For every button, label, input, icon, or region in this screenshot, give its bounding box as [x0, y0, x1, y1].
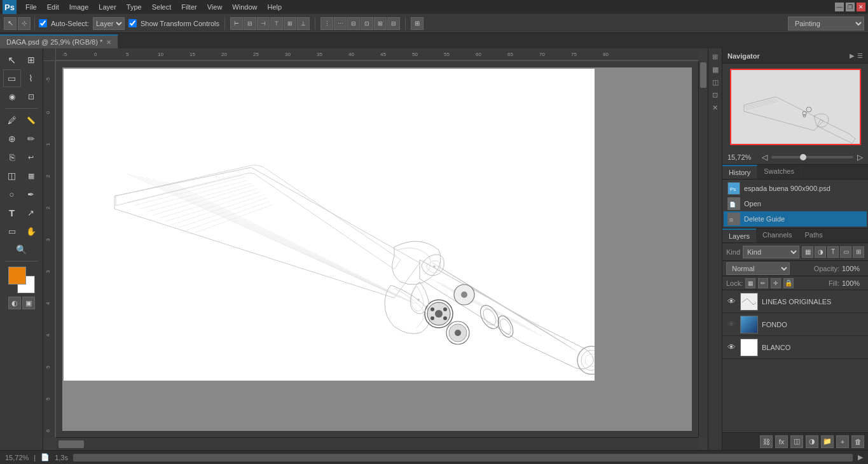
menu-item-view[interactable]: View: [202, 2, 228, 12]
gradient-tool[interactable]: ▦: [22, 167, 40, 185]
marquee-tool[interactable]: ▭: [3, 69, 21, 87]
zoom-slider[interactable]: [771, 156, 853, 158]
add-mask-button[interactable]: ◫: [790, 435, 803, 448]
new-layer-button[interactable]: +: [836, 435, 849, 448]
healing-tool[interactable]: ⊕: [3, 130, 21, 148]
history-item-file[interactable]: Ps espada buena 900x900.psd: [724, 181, 867, 196]
quick-select-tool[interactable]: ◉: [3, 88, 21, 106]
type-tool[interactable]: T: [3, 204, 21, 221]
blend-mode-select[interactable]: Normal: [726, 262, 790, 275]
auto-select-checkbox[interactable]: [39, 19, 47, 27]
history-tab[interactable]: History: [722, 165, 757, 179]
crop-tool[interactable]: ⊡: [22, 88, 40, 106]
align-top-button[interactable]: ⊤: [270, 17, 283, 30]
align-center-h-button[interactable]: ⊟: [244, 17, 256, 30]
screen-mode-button[interactable]: ▣: [22, 297, 35, 309]
layer-visibility-lineas[interactable]: 👁: [726, 297, 736, 307]
pen-tool[interactable]: ✒: [22, 185, 40, 203]
align-center-v-button[interactable]: ⊞: [284, 17, 296, 30]
layer-visibility-fondo[interactable]: 👁: [726, 320, 736, 330]
menu-item-help[interactable]: Help: [262, 2, 287, 12]
filter-shape-icon[interactable]: ▭: [840, 246, 851, 258]
menu-item-type[interactable]: Type: [121, 2, 147, 12]
lock-position-icon[interactable]: ✛: [771, 278, 781, 288]
close-tab-icon[interactable]: ✕: [106, 39, 111, 46]
align-left-button[interactable]: ⊢: [230, 17, 243, 30]
filter-type-icon[interactable]: T: [827, 246, 839, 258]
shape-tool[interactable]: ▭: [3, 222, 21, 240]
zoom-slider-thumb[interactable]: [800, 154, 806, 160]
menu-item-layer[interactable]: Layer: [93, 2, 121, 12]
canvas-paper[interactable]: [64, 69, 595, 381]
move-tool[interactable]: ↖: [3, 51, 21, 69]
vertical-scrollbar[interactable]: [698, 61, 708, 437]
vert-btn-5[interactable]: ✕: [710, 102, 721, 113]
quick-mask-button[interactable]: ◐: [8, 297, 21, 309]
history-item-open[interactable]: 📄 Open: [724, 196, 867, 211]
vert-btn-3[interactable]: ◫: [710, 76, 721, 88]
lock-all-icon[interactable]: 🔒: [783, 278, 794, 288]
clone-tool[interactable]: ⎘: [3, 148, 21, 166]
link-layers-button[interactable]: ⛓: [760, 435, 773, 448]
arrange-button[interactable]: ⊞: [411, 17, 424, 30]
auto-select-dropdown[interactable]: Layer: [93, 17, 125, 30]
add-style-button[interactable]: fx: [775, 435, 788, 448]
v-scroll-thumb[interactable]: [700, 62, 706, 88]
zoom-tool[interactable]: 🔍: [13, 241, 31, 258]
history-brush-tool[interactable]: ↩: [22, 148, 40, 166]
filter-pixel-icon[interactable]: ▦: [802, 246, 813, 258]
zoom-in-button[interactable]: ▷: [857, 153, 863, 162]
align-bottom-button[interactable]: ⊥: [297, 17, 310, 30]
vert-btn-1[interactable]: ⊞: [710, 51, 721, 62]
dist-4-button[interactable]: ⊡: [361, 17, 373, 30]
move-tool-icon[interactable]: ↖: [4, 17, 17, 30]
foreground-color-swatch[interactable]: [8, 267, 26, 285]
eraser-tool[interactable]: ◫: [3, 167, 21, 185]
h-scroll-thumb[interactable]: [59, 440, 84, 448]
channels-tab[interactable]: Channels: [756, 228, 798, 243]
dist-3-button[interactable]: ⊟: [347, 17, 360, 30]
dist-v-button[interactable]: ⋯: [334, 17, 347, 30]
dist-5-button[interactable]: ⊞: [374, 17, 387, 30]
dist-6-button[interactable]: ⊟: [387, 17, 400, 30]
path-select-tool[interactable]: ↗: [22, 204, 40, 221]
maximize-button[interactable]: ❐: [846, 3, 855, 11]
dodge-tool[interactable]: ○: [3, 185, 21, 203]
zoom-out-button[interactable]: ◁: [762, 153, 768, 162]
artboard-tool[interactable]: ⊞: [22, 51, 40, 69]
vert-btn-2[interactable]: ▦: [710, 64, 721, 75]
new-group-button[interactable]: 📁: [821, 435, 834, 448]
dist-h-button[interactable]: ⋮: [320, 17, 333, 30]
navigator-panel-header[interactable]: Navigator ▶ ☰: [722, 48, 868, 64]
layer-visibility-blanco[interactable]: 👁: [726, 342, 736, 353]
layers-tab[interactable]: Layers: [722, 228, 756, 243]
lock-transparency-icon[interactable]: ▦: [745, 278, 755, 288]
menu-item-file[interactable]: File: [20, 2, 42, 12]
filter-adjust-icon[interactable]: ◑: [815, 246, 826, 258]
navigator-menu-icon[interactable]: ☰: [857, 52, 863, 59]
vert-btn-4[interactable]: ⊡: [710, 89, 721, 101]
hand-tool[interactable]: ✋: [22, 222, 40, 240]
swatches-tab[interactable]: Swatches: [757, 165, 801, 179]
menu-item-edit[interactable]: Edit: [42, 2, 64, 12]
menu-item-image[interactable]: Image: [64, 2, 94, 12]
history-item-delete-guide[interactable]: ⊟ Delete Guide: [724, 211, 867, 227]
align-right-button[interactable]: ⊣: [257, 17, 270, 30]
filter-smart-icon[interactable]: ⊞: [853, 246, 864, 258]
horizontal-scrollbar[interactable]: [56, 437, 698, 450]
navigator-expand-icon[interactable]: ▶: [850, 52, 855, 59]
delete-layer-button[interactable]: 🗑: [851, 435, 864, 448]
paths-tab[interactable]: Paths: [799, 228, 829, 243]
transform-tool-icon[interactable]: ⊹: [18, 17, 31, 30]
close-button[interactable]: ✕: [857, 3, 865, 11]
menu-item-filter[interactable]: Filter: [176, 2, 202, 12]
layer-item-lineas[interactable]: 👁 LINEAS ORIGINALES: [722, 290, 868, 313]
menu-item-window[interactable]: Window: [227, 2, 262, 12]
layer-item-fondo[interactable]: 👁 FONDO: [722, 313, 868, 336]
document-tab[interactable]: DAGA.psd @ 25,9% (RGB/8) * ✕: [0, 34, 118, 48]
new-adjustment-button[interactable]: ◑: [806, 435, 818, 448]
show-transform-checkbox[interactable]: [128, 19, 137, 27]
lock-paint-icon[interactable]: ✏: [758, 278, 768, 288]
minimize-button[interactable]: —: [835, 3, 844, 11]
layer-kind-select[interactable]: Kind: [743, 246, 799, 258]
